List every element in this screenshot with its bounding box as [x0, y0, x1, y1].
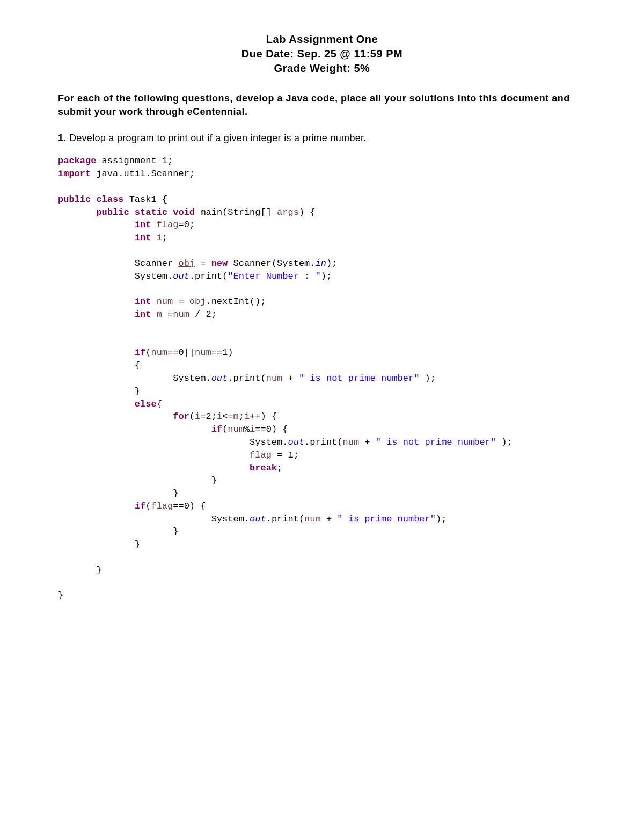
- package-name: assignment_1;: [96, 156, 173, 166]
- equals: =: [162, 309, 173, 320]
- eq-0-brace: ==0) {: [173, 501, 206, 511]
- flag-ref: flag: [250, 450, 272, 460]
- obj-ref: obj: [189, 296, 206, 307]
- grade-weight: Grade Weight: 5%: [58, 61, 586, 76]
- main-signature-close: ) {: [299, 207, 316, 217]
- print-call: .print(: [304, 437, 342, 447]
- plus: +: [359, 437, 376, 447]
- field-out: out: [250, 514, 266, 524]
- close-brace: }: [135, 386, 140, 396]
- document-header: Lab Assignment One Due Date: Sep. 25 @ 1…: [58, 32, 586, 76]
- keyword-package: package: [58, 156, 96, 166]
- close-brace: }: [173, 526, 178, 536]
- eq-1: ==1): [211, 347, 233, 358]
- close-brace: }: [96, 565, 101, 575]
- keyword-if: if: [135, 347, 145, 358]
- system-out: System.: [173, 373, 211, 383]
- close-print: );: [496, 437, 513, 447]
- equals: =: [173, 296, 189, 307]
- break-semi: ;: [277, 463, 282, 473]
- for-semi: ;: [239, 411, 244, 422]
- else-brace: {: [157, 399, 162, 409]
- system-out: System.: [250, 437, 288, 447]
- string-not-prime: " is not prime number": [299, 373, 419, 383]
- var-num: num: [157, 296, 173, 307]
- scanner-ctor: Scanner(System.: [228, 258, 315, 269]
- keyword-new: new: [211, 258, 228, 269]
- div-2: / 2;: [189, 309, 217, 320]
- num-ref: num: [173, 309, 189, 320]
- for-open: (: [189, 411, 195, 422]
- close-paren-semi: );: [326, 258, 337, 269]
- keyword-int: int: [135, 233, 151, 243]
- question-1: 1. Develop a program to print out if a g…: [58, 133, 586, 144]
- eq-0-or: ==0||: [167, 347, 195, 358]
- close-paren-semi: );: [321, 271, 332, 281]
- print-call: .print(: [189, 271, 228, 281]
- keyword-void: void: [173, 207, 195, 217]
- num-ref: num: [304, 514, 321, 524]
- import-name: java.util.Scanner;: [91, 169, 195, 179]
- var-i: i: [157, 233, 162, 243]
- keyword-class: class: [96, 194, 123, 205]
- close-print: );: [436, 514, 447, 524]
- close-print: );: [419, 373, 436, 383]
- param-args: args: [277, 207, 299, 217]
- keyword-public: public: [58, 194, 91, 205]
- main-signature: main(String[]: [195, 207, 277, 217]
- close-brace: }: [135, 539, 140, 549]
- string-not-prime: " is not prime number": [376, 437, 496, 447]
- mod: %: [244, 424, 250, 434]
- instructions-text: For each of the following questions, dev…: [58, 92, 586, 119]
- num-ref: num: [228, 424, 244, 434]
- field-out: out: [288, 437, 304, 447]
- if-open: (: [222, 424, 228, 434]
- i-ref: i: [195, 411, 200, 422]
- keyword-if: if: [135, 501, 145, 511]
- open-brace: {: [135, 360, 140, 371]
- equals: =: [195, 258, 211, 269]
- scanner-type: Scanner: [135, 258, 179, 269]
- num-ref: num: [195, 347, 211, 358]
- keyword-int: int: [135, 309, 151, 320]
- keyword-for: for: [173, 411, 189, 422]
- num-ref: num: [151, 347, 167, 358]
- plus: +: [282, 373, 299, 383]
- num-ref: num: [343, 437, 360, 447]
- field-out: out: [211, 373, 228, 383]
- i-ref: i: [217, 411, 222, 422]
- keyword-int: int: [135, 220, 151, 230]
- var-m: m: [157, 309, 162, 320]
- i-ref: i: [250, 424, 255, 434]
- close-brace: }: [173, 488, 178, 498]
- keyword-else: else: [135, 399, 157, 409]
- if-open: (: [145, 347, 151, 358]
- lte: <=: [222, 411, 233, 422]
- due-date: Due Date: Sep. 25 @ 11:59 PM: [58, 47, 586, 61]
- close-brace: }: [58, 590, 63, 600]
- keyword-public: public: [96, 207, 129, 217]
- question-text: Develop a program to print out if a give…: [67, 133, 367, 143]
- flag-assign: = 1;: [272, 450, 299, 460]
- semicolon: ;: [162, 233, 167, 243]
- eq-0-brace: ==0) {: [255, 424, 288, 434]
- for-init: =2;: [200, 411, 217, 422]
- java-code-block: package assignment_1; import java.util.S…: [58, 155, 586, 602]
- if-open: (: [145, 501, 151, 511]
- var-obj: obj: [178, 258, 195, 269]
- keyword-int: int: [135, 296, 151, 307]
- m-ref: m: [233, 411, 238, 422]
- i-ref: i: [244, 411, 250, 422]
- string-enter: "Enter Number : ": [228, 271, 320, 281]
- close-brace: }: [211, 475, 217, 485]
- assignment-title: Lab Assignment One: [58, 32, 586, 47]
- string-prime: " is prime number": [337, 514, 436, 524]
- keyword-import: import: [58, 169, 91, 179]
- field-out: out: [173, 271, 189, 281]
- system-out: System.: [135, 271, 173, 281]
- nextint-call: .nextInt();: [206, 296, 266, 307]
- class-name: Task1 {: [123, 194, 167, 205]
- print-call: .print(: [228, 373, 266, 383]
- keyword-break: break: [250, 463, 277, 473]
- question-number: 1.: [58, 133, 67, 143]
